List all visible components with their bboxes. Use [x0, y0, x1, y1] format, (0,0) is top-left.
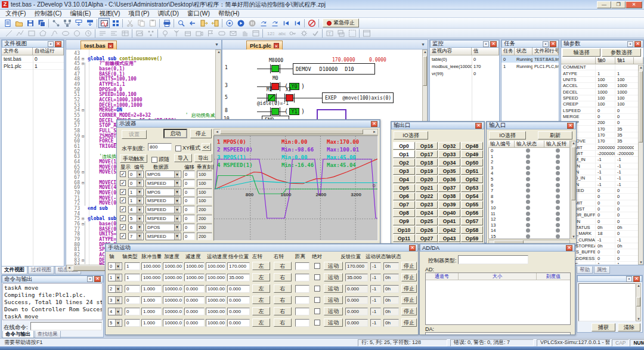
channel-show-checkbox[interactable]: ✓ [120, 233, 126, 239]
input-state-indicator[interactable] [526, 206, 530, 210]
pin-icon[interactable]: ▪ [626, 276, 632, 282]
op-button-59[interactable]: Op59 [461, 234, 483, 242]
axis0-header[interactable]: 轴0 [596, 57, 615, 64]
axis-select[interactable]: 2▼ [108, 285, 122, 293]
input-state-indicator[interactable] [526, 154, 530, 159]
save-icon[interactable] [24, 18, 36, 28]
speed-input[interactable]: 1000.00 [206, 285, 226, 293]
open-project-icon[interactable] [13, 18, 24, 28]
channel-offset-input[interactable]: 0 [183, 224, 195, 231]
manual-move-title-bar[interactable]: 手动运动 ✕ [106, 244, 418, 252]
param-select-button[interactable]: 参数选择 [602, 48, 641, 57]
input-row[interactable]: 15 [489, 234, 569, 239]
flag-widget-icon[interactable] [205, 29, 216, 38]
op-button-23[interactable]: Op23 [416, 201, 438, 209]
jog-left-button[interactable]: 左 [252, 318, 270, 327]
component-icon[interactable] [145, 29, 156, 38]
op-button-24[interactable]: Op24 [416, 209, 438, 217]
channel-scale-input[interactable]: 200 [197, 215, 212, 222]
axis-param-row[interactable]: ACCEL10001000 [561, 83, 643, 89]
channel-show-checkbox[interactable]: ✓ [120, 215, 126, 221]
op-button-20[interactable]: Op20 [416, 175, 438, 183]
stop-all-icon[interactable] [306, 18, 317, 28]
accel-input[interactable]: 10000.0 [163, 285, 183, 293]
cmd-pos-input[interactable]: 0.000 [227, 319, 250, 327]
jog-left-button[interactable]: 左 [252, 262, 270, 270]
op-button-49[interactable]: Op49 [461, 150, 483, 158]
input-invert-indicator[interactable] [556, 200, 560, 204]
op-button-4[interactable]: Op4 [393, 175, 415, 183]
op-button-0[interactable]: Op0 [393, 142, 415, 150]
watch-row[interactable]: table(0)0 [430, 55, 499, 63]
absolute-checkbox[interactable] [314, 286, 320, 292]
menu-item-F[interactable]: 文件(F) [1, 9, 30, 18]
input-row[interactable]: 9 [489, 199, 569, 205]
op-button-1[interactable]: Op1 [393, 150, 415, 158]
bus-monitor-icon[interactable] [110, 18, 121, 28]
channel-offset-input[interactable]: 0 [183, 215, 195, 222]
console-tab-inactive[interactable]: 查找结果 [35, 331, 61, 338]
menu-item-D[interactable]: 调试(D) [154, 9, 184, 18]
input-state-indicator[interactable] [526, 194, 530, 199]
pin-icon[interactable]: ▪ [48, 41, 54, 47]
op-button-35[interactable]: Op35 [438, 167, 460, 175]
move-button[interactable]: 运动 [324, 296, 343, 304]
emergency-stop-button[interactable]: 紧急停止 [323, 18, 359, 27]
absolute-checkbox[interactable] [314, 308, 320, 314]
input-vscrollbar[interactable]: ▲ ▼ [571, 141, 576, 239]
speed-input[interactable]: 100.000 [206, 274, 226, 281]
axis-param-row[interactable]: ATYPE11 [561, 70, 643, 76]
cmd-pos-input[interactable]: 0.000 [227, 308, 250, 315]
debug-run-icon[interactable] [235, 18, 246, 28]
op-button-16[interactable]: Op16 [416, 142, 438, 150]
minimize-button[interactable]: — [597, 1, 611, 8]
channel-source-select[interactable]: MSPEED▼ [145, 197, 181, 205]
char-widget-icon[interactable]: abc [275, 29, 287, 38]
demov-block[interactable]: DEMOV D10000 D10 [293, 63, 375, 75]
input-state-indicator[interactable] [526, 200, 530, 204]
axis-select[interactable]: 4▼ [108, 308, 122, 315]
jog-right-button[interactable]: 右 [274, 262, 292, 270]
axis-select[interactable]: 0▼ [108, 262, 122, 270]
stop-button[interactable]: 停止 [401, 273, 417, 281]
navigate-back-icon[interactable] [187, 18, 198, 28]
op-button-39[interactable]: Op39 [438, 201, 460, 209]
menu-item-H[interactable]: 帮助(H) [214, 9, 244, 18]
draw-polygon-icon[interactable] [37, 29, 48, 38]
units-input[interactable]: 1.000 [141, 285, 162, 293]
da-table[interactable] [425, 332, 571, 335]
op-button-40[interactable]: Op40 [438, 209, 460, 217]
units-input[interactable]: 100.000 [141, 274, 162, 281]
jog-right-button[interactable]: 右 [274, 273, 292, 281]
image-widget-icon[interactable] [134, 29, 145, 38]
channel-offset-input[interactable]: 0 [183, 233, 195, 240]
download-ram-icon[interactable] [73, 18, 84, 28]
op-button-7[interactable]: Op7 [393, 201, 415, 209]
menu-item-W[interactable]: 窗口(W) [183, 9, 214, 18]
scope-title-bar[interactable]: 示波器 ✕ [117, 120, 380, 128]
controller-state-icon[interactable] [61, 18, 73, 28]
capture-button[interactable]: 捕获 [592, 323, 615, 332]
op-button-5[interactable]: Op5 [393, 184, 415, 192]
menu-item-E[interactable]: 编辑(E) [66, 9, 95, 18]
input-invert-indicator[interactable] [556, 171, 560, 175]
cmd-pos-input[interactable]: 0.000 [227, 296, 250, 304]
task-file-header[interactable]: 文件和行号 [532, 48, 559, 55]
task-row[interactable]: 0RunningTEST.BAS,line:1 [501, 55, 559, 63]
draw-curve-icon[interactable] [48, 29, 60, 38]
form-window-icon[interactable] [361, 29, 372, 38]
input-row[interactable]: 4 [489, 171, 569, 176]
units-input[interactable]: 1.000 [141, 319, 162, 327]
key-widget-icon[interactable] [287, 29, 298, 38]
channel-offset-input[interactable]: 0 [183, 206, 195, 213]
speed-input[interactable]: 100.000 [206, 262, 226, 270]
axis-type-input[interactable]: 1 [125, 262, 140, 270]
op-button-51[interactable]: Op51 [461, 167, 483, 175]
upload-project-icon[interactable] [209, 18, 221, 28]
op-button-26[interactable]: Op26 [416, 226, 438, 234]
close-icon[interactable]: ✕ [634, 41, 641, 47]
cmd-pos-input[interactable]: 170.000 [227, 262, 250, 270]
view-tab-active[interactable]: 文件视图 [1, 267, 27, 274]
jog-right-button[interactable]: 右 [274, 318, 292, 327]
channel-scale-input[interactable]: 100 [197, 171, 212, 178]
